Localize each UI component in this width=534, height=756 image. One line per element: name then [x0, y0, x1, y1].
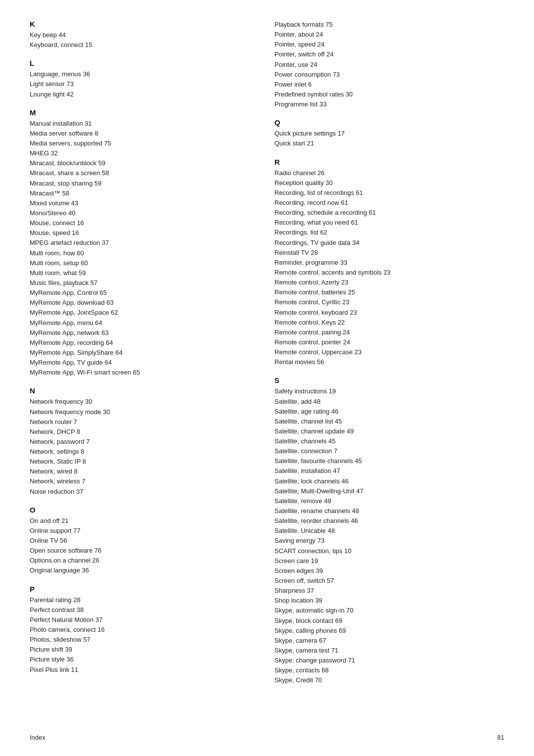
index-entry: MyRemote App, download 63 — [30, 298, 260, 308]
index-entry: MPEG artefact reduction 37 — [30, 238, 260, 248]
index-entry: Network router 7 — [30, 417, 260, 427]
index-entry: Radio channel 26 — [274, 168, 504, 178]
index-entry: Skype, contacts 68 — [274, 665, 504, 675]
index-entry: Skype, camera test 71 — [274, 646, 504, 656]
section-letter: K — [30, 20, 260, 28]
index-entry: Miracast, share a screen 58 — [30, 168, 260, 178]
index-entry: Satellite, Unicable 48 — [274, 526, 504, 536]
section-letter: M — [30, 108, 260, 117]
index-entry: Skype, block contact 69 — [274, 616, 504, 626]
index-entry: Parental rating 28 — [30, 595, 260, 605]
index-entry: Recording, list of recordings 61 — [274, 188, 504, 198]
index-entry: Quick start 21 — [274, 139, 504, 148]
index-entry: Music files, playback 57 — [30, 278, 260, 288]
index-entry: Rental movies 56 — [274, 357, 504, 367]
index-entry: MyRemote App, recording 64 — [30, 338, 260, 348]
index-entry: On and off 21 — [30, 516, 260, 526]
index-entry: Remote control, keyboard 23 — [274, 308, 504, 318]
index-section: NNetwork frequency 30Network frequency m… — [30, 386, 260, 496]
section-letter: O — [30, 506, 260, 514]
index-entry: Network, settings 8 — [30, 447, 260, 457]
index-entry: Multi room, setup 60 — [30, 258, 260, 268]
index-entry: Safety instructions 19 — [274, 386, 504, 396]
index-entry: Recordings, list 62 — [274, 228, 504, 237]
index-section: MManual installation 31Media server soft… — [30, 108, 260, 378]
index-entry: Pointer, about 24 — [274, 30, 504, 40]
index-entry: Photos, slideshow 57 — [30, 635, 260, 645]
index-entry: Light sensor 73 — [30, 79, 260, 89]
index-entry: Pointer, use 24 — [274, 60, 504, 70]
index-entry: Satellite, channels 45 — [274, 436, 504, 446]
index-section: LLanguage, menus 36Light sensor 73Lounge… — [30, 59, 260, 99]
index-entry: Satellite, add 48 — [274, 397, 504, 407]
index-entry: Power inlet 6 — [274, 80, 504, 90]
index-entry: Perfect contrast 38 — [30, 605, 260, 615]
left-column: KKey beep 44Keyboard, connect 15LLanguag… — [30, 20, 274, 695]
section-letter: Q — [274, 118, 504, 127]
index-entry: Quick picture settings 17 — [274, 129, 504, 139]
index-entry: Manual installation 31 — [30, 119, 260, 129]
index-entry: SCART connection, tips 10 — [274, 546, 504, 556]
index-entry: Satellite, lock channels 46 — [274, 476, 504, 486]
index-section: KKey beep 44Keyboard, connect 15 — [30, 20, 260, 50]
index-entry: Shop location 39 — [274, 596, 504, 606]
index-entry: Remote control, accents and symbols 23 — [274, 268, 504, 278]
page-footer: Index 81 — [30, 734, 504, 741]
index-entry: Network, Static IP 8 — [30, 457, 260, 467]
index-entry: Media server software 8 — [30, 129, 260, 139]
index-entry: Satellite, rename channels 48 — [274, 506, 504, 516]
index-entry: Network frequency mode 30 — [30, 407, 260, 417]
index-section: SSafety instructions 19Satellite, add 48… — [274, 376, 504, 685]
index-entry: MyRemote App, menu 64 — [30, 318, 260, 328]
index-entry: Mono/Stereo 40 — [30, 208, 260, 218]
index-entry: Remote control, Uppercase 23 — [274, 347, 504, 357]
index-entry: Remote control, Cyrillic 23 — [274, 297, 504, 307]
index-entry: Remote control, batteries 25 — [274, 287, 504, 297]
index-entry: Remote control, pointer 24 — [274, 337, 504, 347]
index-entry: Satellite, remove 48 — [274, 496, 504, 506]
index-entry: Recording, schedule a recording 61 — [274, 208, 504, 218]
index-entry: Reception quality 30 — [274, 178, 504, 188]
index-entry: Satellite, channel update 49 — [274, 426, 504, 436]
index-entry: Screen off, switch 57 — [274, 576, 504, 586]
index-entry: MyRemote App, Wi-Fi smart screen 65 — [30, 368, 260, 378]
footer-index-label: Index — [30, 734, 45, 741]
right-column: Playback formats 75Pointer, about 24Poin… — [274, 20, 504, 695]
index-entry: MyRemote App, network 63 — [30, 328, 260, 338]
index-entry: Satellite, installation 47 — [274, 466, 504, 476]
index-entry: Network, password 7 — [30, 437, 260, 447]
index-entry: Online support 77 — [30, 526, 260, 536]
section-letter: L — [30, 59, 260, 67]
index-entry: Saving energy 73 — [274, 536, 504, 546]
index-entry: Reinstall TV 28 — [274, 248, 504, 258]
index-entry: Photo camera, connect 16 — [30, 625, 260, 635]
index-entry: MyRemote App, SimplyShare 64 — [30, 348, 260, 358]
index-entry: Skype, Credit 70 — [274, 675, 504, 685]
index-entry: Playback formats 75 — [274, 20, 504, 30]
index-entry: Media servers, supported 75 — [30, 139, 260, 148]
index-entry: Remote control, Azerty 23 — [274, 278, 504, 287]
index-entry: Reminder, programme 33 — [274, 258, 504, 268]
index-entry: Picture style 36 — [30, 655, 260, 664]
index-entry: Predefined symbol rates 30 — [274, 90, 504, 99]
index-section: RRadio channel 26Reception quality 30Rec… — [274, 158, 504, 368]
index-entry: Mouse, speed 16 — [30, 228, 260, 238]
index-entry: Satellite, channel list 45 — [274, 417, 504, 426]
index-entry: Mixed volume 43 — [30, 198, 260, 208]
index-entry: MHEG 32 — [30, 148, 260, 158]
index-entry: Pointer, speed 24 — [274, 40, 504, 49]
index-entry: Skype, calling phones 69 — [274, 626, 504, 636]
index-entry: Network, wireless 7 — [30, 476, 260, 486]
index-entry: Skype, change password 71 — [274, 656, 504, 665]
index-entry: Remote control, Keys 22 — [274, 318, 504, 328]
index-entry: Satellite, favourite channels 45 — [274, 456, 504, 466]
index-section: PParental rating 28Perfect contrast 38Pe… — [30, 585, 260, 675]
index-entry: Satellite, reorder channels 46 — [274, 516, 504, 526]
section-letter: S — [274, 376, 504, 384]
index-entry: Miracast, block/unblock 59 — [30, 158, 260, 168]
index-entry: Online TV 56 — [30, 536, 260, 546]
index-entry: Recordings, TV guide data 34 — [274, 238, 504, 248]
index-entry: Screen care 19 — [274, 556, 504, 566]
index-entry: Recording, what you need 61 — [274, 218, 504, 228]
section-letter: P — [30, 585, 260, 593]
